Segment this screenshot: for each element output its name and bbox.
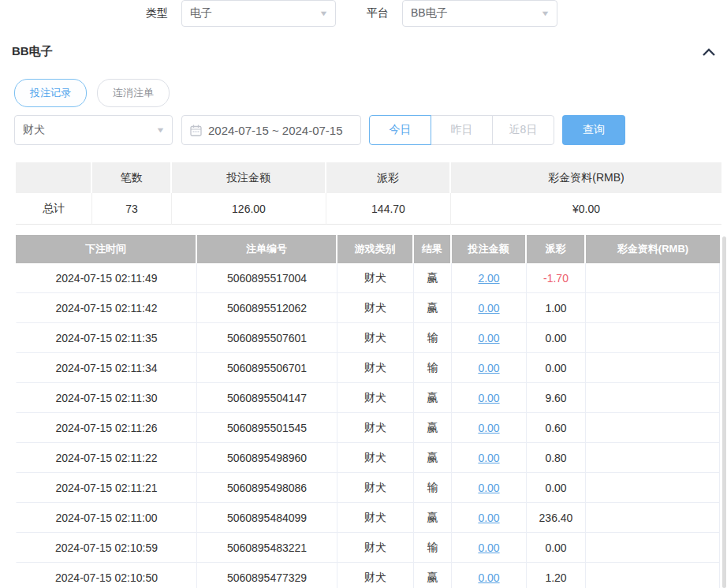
summary-total-row: 总计 73 126.00 144.70 ¥0.00 bbox=[16, 193, 721, 225]
summary-header-row: 笔数 投注金额 派彩 彩金资料(RMB) bbox=[16, 162, 721, 193]
bet-amount-link[interactable]: 0.00 bbox=[478, 362, 499, 374]
game-type-cell: 财犬 bbox=[337, 353, 414, 383]
result-cell: 赢 bbox=[414, 293, 452, 323]
game-type-cell: 财犬 bbox=[337, 533, 414, 563]
order-id-cell: 5060895483221 bbox=[197, 533, 337, 563]
table-row: 2024-07-15 02:11:005060895484099财犬赢0.002… bbox=[16, 503, 720, 533]
header-order-id: 注单编号 bbox=[197, 235, 337, 263]
header-payout: 派彩 bbox=[527, 235, 586, 263]
summary-header-payout: 派彩 bbox=[326, 162, 451, 193]
bet-time-cell: 2024-07-15 02:11:35 bbox=[16, 323, 197, 353]
records-header-row: 下注时间 注单编号 游戏类别 结果 投注金额 派彩 彩金资料(RMB) bbox=[16, 235, 720, 263]
summary-count-value: 73 bbox=[92, 193, 172, 225]
payout-cell: 1.20 bbox=[527, 563, 586, 588]
type-select[interactable]: 电子 ▼ bbox=[181, 0, 336, 27]
bonus-cell bbox=[586, 263, 720, 293]
result-cell: 输 bbox=[414, 323, 452, 353]
order-id-cell: 5060895498960 bbox=[197, 443, 337, 473]
tab-cancelled-orders[interactable]: 连消注单 bbox=[97, 79, 170, 107]
header-result: 结果 bbox=[414, 235, 452, 263]
header-bonus: 彩金资料(RMB) bbox=[586, 235, 720, 263]
game-select[interactable]: 财犬 ▼ bbox=[14, 115, 173, 145]
query-button[interactable]: 查询 bbox=[562, 115, 625, 145]
bet-amount-link[interactable]: 0.00 bbox=[478, 571, 499, 584]
records-table-body: 2024-07-15 02:11:495060895517004财犬赢2.00-… bbox=[16, 263, 720, 588]
bet-amount-cell: 0.00 bbox=[452, 473, 527, 503]
bet-time-cell: 2024-07-15 02:11:22 bbox=[16, 443, 197, 473]
chevron-down-icon: ▼ bbox=[319, 9, 328, 17]
bonus-cell bbox=[586, 353, 720, 383]
yesterday-button[interactable]: 昨日 bbox=[431, 115, 493, 145]
bet-time-cell: 2024-07-15 02:11:30 bbox=[16, 383, 197, 413]
order-id-cell: 5060895501545 bbox=[197, 413, 337, 443]
bet-time-cell: 2024-07-15 02:11:49 bbox=[16, 263, 197, 293]
payout-cell: 1.00 bbox=[527, 293, 586, 323]
quick-date-button-group: 今日 昨日 近8日 bbox=[369, 115, 554, 145]
bet-amount-cell: 0.00 bbox=[452, 383, 527, 413]
collapse-button[interactable] bbox=[702, 47, 716, 58]
bet-amount-link[interactable]: 0.00 bbox=[478, 482, 499, 494]
payout-cell: 0.60 bbox=[527, 413, 586, 443]
last-8-days-button[interactable]: 近8日 bbox=[492, 115, 554, 145]
summary-bet-amount-value: 126.00 bbox=[172, 193, 326, 225]
payout-cell: 236.40 bbox=[527, 503, 586, 533]
bet-amount-cell: 0.00 bbox=[452, 293, 527, 323]
payout-cell: 0.00 bbox=[527, 323, 586, 353]
bet-amount-link[interactable]: 0.00 bbox=[478, 452, 499, 464]
section-header: BB电子 bbox=[12, 44, 716, 59]
table-row: 2024-07-15 02:11:345060895506701财犬输0.000… bbox=[16, 353, 720, 383]
today-button[interactable]: 今日 bbox=[369, 115, 431, 145]
bet-amount-cell: 0.00 bbox=[452, 413, 527, 443]
bet-amount-cell: 2.00 bbox=[452, 263, 527, 293]
bet-amount-link[interactable]: 0.00 bbox=[478, 332, 499, 344]
result-cell: 输 bbox=[414, 353, 452, 383]
header-bet-time: 下注时间 bbox=[16, 235, 197, 263]
bet-time-cell: 2024-07-15 02:11:00 bbox=[16, 503, 197, 533]
bonus-cell bbox=[586, 443, 720, 473]
summary-total-label: 总计 bbox=[16, 193, 92, 225]
bet-amount-link[interactable]: 2.00 bbox=[478, 272, 499, 285]
summary-header-bet-amount: 投注金额 bbox=[172, 162, 326, 193]
table-row: 2024-07-15 02:11:425060895512062财犬赢0.001… bbox=[16, 293, 720, 323]
order-id-cell: 5060895484099 bbox=[197, 503, 337, 533]
payout-cell: 9.60 bbox=[527, 383, 586, 413]
order-id-cell: 5060895498086 bbox=[197, 473, 337, 503]
summary-bonus-value: ¥0.00 bbox=[451, 193, 721, 225]
result-cell: 赢 bbox=[414, 503, 452, 533]
payout-cell: -1.70 bbox=[527, 263, 586, 293]
records-table: 下注时间 注单编号 游戏类别 结果 投注金额 派彩 彩金资料(RMB) 2024… bbox=[16, 235, 720, 588]
date-range-input[interactable]: 2024-07-15 ~ 2024-07-15 bbox=[181, 115, 361, 145]
game-type-cell: 财犬 bbox=[337, 443, 414, 473]
result-cell: 赢 bbox=[414, 563, 452, 588]
table-row: 2024-07-15 02:10:505060895477329财犬赢0.001… bbox=[16, 563, 720, 588]
bet-amount-link[interactable]: 0.00 bbox=[478, 422, 499, 434]
bet-amount-cell: 0.00 bbox=[452, 533, 527, 563]
table-row: 2024-07-15 02:11:355060895507601财犬输0.000… bbox=[16, 323, 720, 353]
bonus-cell bbox=[586, 293, 720, 323]
bet-amount-link[interactable]: 0.00 bbox=[478, 302, 499, 314]
bet-amount-link[interactable]: 0.00 bbox=[478, 541, 499, 554]
bet-time-cell: 2024-07-15 02:10:50 bbox=[16, 563, 197, 588]
bet-time-cell: 2024-07-15 02:10:59 bbox=[16, 533, 197, 563]
tab-bet-records[interactable]: 投注记录 bbox=[14, 79, 87, 107]
table-row: 2024-07-15 02:11:215060895498086财犬输0.000… bbox=[16, 473, 720, 503]
bet-amount-link[interactable]: 0.00 bbox=[478, 512, 499, 524]
result-cell: 输 bbox=[414, 533, 452, 563]
payout-cell: 0.00 bbox=[527, 533, 586, 563]
bet-amount-cell: 0.00 bbox=[452, 323, 527, 353]
result-cell: 赢 bbox=[414, 443, 452, 473]
result-cell: 赢 bbox=[414, 263, 452, 293]
type-select-value: 电子 bbox=[190, 6, 212, 20]
bet-amount-cell: 0.00 bbox=[452, 443, 527, 473]
bet-time-cell: 2024-07-15 02:11:42 bbox=[16, 293, 197, 323]
result-cell: 赢 bbox=[414, 413, 452, 443]
scrollbar[interactable] bbox=[722, 236, 726, 588]
bonus-cell bbox=[586, 473, 720, 503]
platform-select[interactable]: BB电子 ▼ bbox=[402, 0, 557, 27]
game-type-cell: 财犬 bbox=[337, 263, 414, 293]
type-label: 类型 bbox=[146, 6, 168, 20]
payout-cell: 0.00 bbox=[527, 353, 586, 383]
bet-amount-link[interactable]: 0.00 bbox=[478, 392, 499, 404]
bonus-cell bbox=[586, 383, 720, 413]
order-id-cell: 5060895512062 bbox=[197, 293, 337, 323]
